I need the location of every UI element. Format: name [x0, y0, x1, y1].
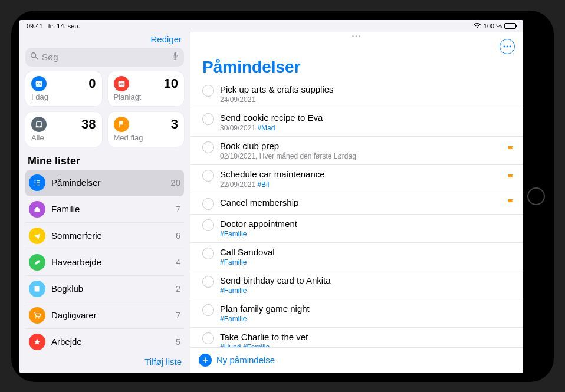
tray-icon	[31, 117, 47, 132]
list-count: 7	[176, 310, 180, 320]
reminder-row[interactable]: Pick up arts & crafts supplies24/09/2021	[190, 80, 523, 108]
ipad-frame: 09.41 tir. 14. sep. 100 % Rediger	[11, 11, 554, 382]
reminder-title: Call Sandoval	[220, 247, 515, 258]
reminder-checkbox[interactable]	[202, 113, 214, 125]
sidebar-list-familie[interactable]: Familie7	[25, 196, 184, 223]
status-time: 09.41	[27, 22, 43, 29]
edit-button[interactable]: Rediger	[150, 34, 182, 44]
reminder-title: Plan family game night	[220, 304, 515, 314]
status-date: tir. 14. sep.	[48, 22, 80, 29]
reminder-subtitle: 24/09/2021	[220, 95, 515, 104]
list-count: 4	[176, 257, 180, 267]
house-icon	[29, 201, 45, 218]
svg-point-15	[507, 45, 508, 47]
battery-icon	[504, 23, 516, 29]
plane-icon	[29, 228, 45, 244]
battery-text: 100 %	[484, 22, 502, 29]
svg-point-13	[38, 317, 40, 318]
smart-count: 38	[81, 117, 96, 132]
svg-rect-0	[174, 52, 176, 56]
reminder-title: Send birthday card to Ankita	[220, 275, 515, 286]
smart-card-i-dag[interactable]: 150I dag	[25, 71, 102, 106]
reminder-title: Take Charlie to the vet	[220, 332, 515, 342]
mic-icon[interactable]	[171, 52, 179, 62]
flag-icon	[507, 198, 515, 209]
status-bar: 09.41 tir. 14. sep. 100 %	[19, 20, 523, 32]
smart-label: Planlagt	[114, 93, 179, 101]
list-icon	[29, 174, 45, 191]
list-name: Arbejde	[51, 337, 170, 347]
smart-card-alle[interactable]: 38Alle	[25, 112, 102, 147]
smart-label: Alle	[31, 133, 96, 142]
cart-icon	[29, 307, 45, 324]
reminder-row[interactable]: Plan family game night#Familie	[190, 299, 523, 328]
smart-card-planlagt[interactable]: 10Planlagt	[108, 71, 185, 106]
svg-point-8	[35, 184, 36, 185]
reminder-row[interactable]: Cancel membership	[190, 193, 523, 215]
list-count: 2	[176, 284, 180, 294]
search-field[interactable]	[25, 48, 184, 67]
reminder-row[interactable]: Take Charlie to the vet#Hund #Familie	[190, 328, 523, 347]
svg-point-7	[35, 182, 36, 183]
list-name: Dagligvarer	[51, 310, 170, 320]
reminder-checkbox[interactable]	[202, 170, 214, 182]
sidebar-list-havearbejde[interactable]: Havearbejde4	[25, 249, 184, 276]
svg-point-6	[35, 180, 36, 181]
smart-count: 3	[171, 117, 178, 132]
reminder-subtitle: 02/10/2021, Hver måned den første Lørdag	[220, 152, 501, 160]
sidebar-list-sommerferie[interactable]: Sommerferie6	[25, 223, 184, 249]
reminder-row[interactable]: Book club prep02/10/2021, Hver måned den…	[190, 137, 523, 165]
reminder-row[interactable]: Doctor appointment#Familie	[190, 215, 523, 243]
reminder-subtitle: 30/09/2021 #Mad	[220, 124, 515, 132]
reminder-checkbox[interactable]	[202, 85, 214, 97]
smart-label: Med flag	[114, 133, 179, 142]
add-list-button[interactable]: Tilføj liste	[144, 357, 182, 367]
drag-handle-icon[interactable]: •••	[352, 33, 362, 38]
more-button[interactable]	[500, 39, 515, 54]
main-pane: ••• Påmindelser Pick up arts & crafts su…	[190, 32, 523, 373]
add-reminder-button[interactable]: Ny påmindelse	[216, 355, 275, 365]
reminder-checkbox[interactable]	[202, 304, 214, 316]
reminder-checkbox[interactable]	[202, 198, 214, 210]
reminder-checkbox[interactable]	[202, 332, 214, 344]
home-button[interactable]	[527, 187, 545, 205]
reminder-subtitle: #Familie	[220, 286, 515, 295]
wifi-icon	[473, 22, 481, 29]
reminder-checkbox[interactable]	[202, 276, 214, 288]
reminder-title: Pick up arts & crafts supplies	[220, 84, 515, 95]
svg-point-16	[510, 45, 511, 47]
add-reminder-icon[interactable]: +	[199, 354, 212, 367]
book-icon	[29, 281, 45, 297]
reminder-row[interactable]: Schedule car maintenance22/09/2021 #Bil	[190, 165, 523, 193]
calendar-icon: 15	[31, 76, 47, 91]
reminder-row[interactable]: Send birthday card to Ankita#Familie	[190, 271, 523, 299]
reminder-title: Cancel membership	[220, 197, 501, 208]
reminder-subtitle: #Familie	[220, 258, 515, 266]
sidebar: Rediger 150I dag10Planlagt38Alle3Med fla…	[19, 32, 190, 373]
svg-text:15: 15	[37, 81, 41, 85]
list-count: 20	[170, 177, 180, 187]
reminder-checkbox[interactable]	[202, 248, 214, 259]
smart-card-med-flag[interactable]: 3Med flag	[108, 112, 185, 147]
list-name: Sommerferie	[51, 230, 170, 241]
list-name: Bogklub	[51, 284, 170, 294]
search-input[interactable]	[42, 52, 167, 62]
reminder-row[interactable]: Send cookie recipe to Eva30/09/2021 #Mad	[190, 108, 523, 137]
list-count: 5	[176, 337, 180, 347]
screen: 09.41 tir. 14. sep. 100 % Rediger	[19, 20, 523, 373]
reminder-title: Book club prep	[220, 141, 501, 151]
lists-header: Mine lister	[19, 153, 190, 170]
flag-icon	[507, 173, 515, 184]
list-name: Familie	[51, 204, 170, 214]
sidebar-list-bogklub[interactable]: Bogklub2	[25, 276, 184, 302]
sidebar-list-arbejde[interactable]: Arbejde5	[25, 329, 184, 351]
reminder-checkbox[interactable]	[202, 219, 214, 231]
sidebar-list-påmindelser[interactable]: Påmindelser20	[25, 170, 184, 196]
reminder-title: Doctor appointment	[220, 219, 515, 229]
reminder-checkbox[interactable]	[202, 141, 214, 153]
sidebar-list-dagligvarer[interactable]: Dagligvarer7	[25, 302, 184, 329]
leaf-icon	[29, 254, 45, 271]
svg-rect-3	[118, 81, 124, 87]
reminder-title: Schedule car maintenance	[220, 169, 501, 180]
reminder-row[interactable]: Call Sandoval#Familie	[190, 243, 523, 271]
